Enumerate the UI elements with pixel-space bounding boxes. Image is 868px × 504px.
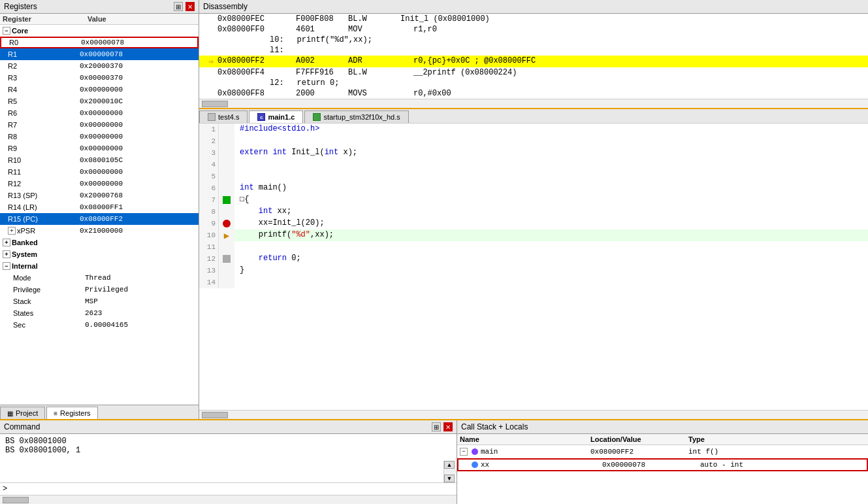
banked-section-header[interactable]: + Banked bbox=[0, 237, 199, 248]
states-value: 2623 bbox=[85, 309, 102, 317]
register-row-r8[interactable]: R8 0x00000000 bbox=[0, 131, 199, 143]
right-panel: Disassembly 0x08000FEC F000F808 BL.W Ini… bbox=[199, 0, 868, 419]
register-row-mode[interactable]: Mode Thread bbox=[0, 272, 199, 284]
r10-value: 0x0800105C bbox=[80, 156, 123, 164]
disassembly-title: Disassembly bbox=[203, 2, 248, 11]
command-input-area: > bbox=[0, 482, 457, 495]
registers-table: Register Value − Core R0 0x00000078 R1 0… bbox=[0, 14, 199, 405]
project-icon: ▦ bbox=[7, 410, 13, 417]
disasm-marker-l2 bbox=[204, 46, 217, 55]
command-scrollbar[interactable] bbox=[0, 495, 457, 504]
r4-value: 0x00000000 bbox=[80, 86, 123, 93]
line-num-4: 4 bbox=[199, 159, 219, 171]
command-scrollbar-thumb[interactable] bbox=[3, 497, 29, 503]
stack-name: Stack bbox=[13, 297, 85, 305]
main-expand-icon[interactable]: − bbox=[460, 448, 468, 456]
disasm-label-l1: l1: bbox=[270, 46, 284, 55]
disasm-row-3[interactable]: 0x08000FF4 F7FFF916 BL.W __2printf (0x08… bbox=[199, 67, 868, 78]
register-row-r13[interactable]: R13 (SP) 0x20000768 bbox=[0, 190, 199, 201]
core-expand-icon[interactable]: − bbox=[3, 27, 10, 35]
line-marker-3 bbox=[219, 147, 234, 159]
register-row-sec[interactable]: Sec 0.00004165 bbox=[0, 319, 199, 331]
internal-expand-icon[interactable]: − bbox=[3, 262, 10, 270]
register-row-r7[interactable]: R7 0x00000000 bbox=[0, 119, 199, 131]
r7-value: 0x00000000 bbox=[80, 121, 123, 129]
pin-button[interactable]: ⊞ bbox=[174, 2, 183, 11]
line-marker-14 bbox=[219, 277, 234, 288]
source-scrollbar-thumb[interactable] bbox=[202, 412, 228, 418]
gray-marker-icon bbox=[223, 255, 231, 263]
r4-name: R4 bbox=[8, 86, 80, 93]
register-row-r0[interactable]: R0 0x00000078 bbox=[0, 37, 199, 48]
register-row-r15[interactable]: R15 (PC) 0x08000FF2 bbox=[0, 213, 199, 225]
line-marker-8 bbox=[219, 206, 234, 218]
register-row-r9[interactable]: R9 0x00000000 bbox=[0, 143, 199, 154]
disasm-marker-2 bbox=[204, 25, 217, 34]
code-line-5: 5 bbox=[199, 171, 868, 182]
disasm-op-3: __2printf (0x08000224) bbox=[413, 68, 517, 77]
command-scroll-down[interactable]: ▼ bbox=[444, 475, 455, 482]
r0-name: R0 bbox=[9, 39, 81, 46]
r11-name: R11 bbox=[8, 168, 80, 176]
command-pin-button[interactable]: ⊞ bbox=[432, 422, 441, 431]
register-row-r10[interactable]: R10 0x0800105C bbox=[0, 154, 199, 166]
line-content-4 bbox=[234, 159, 868, 171]
register-row-privilege[interactable]: Privilege Privileged bbox=[0, 284, 199, 295]
source-scrollbar[interactable] bbox=[199, 410, 868, 419]
register-row-states[interactable]: States 2623 bbox=[0, 307, 199, 319]
command-close-button[interactable]: ✕ bbox=[443, 422, 453, 431]
xx-var-icon bbox=[472, 462, 478, 468]
line-num-10: 10 bbox=[199, 229, 219, 241]
register-row-r4[interactable]: R4 0x00000000 bbox=[0, 84, 199, 95]
command-input[interactable] bbox=[10, 484, 454, 494]
disassembly-scrollbar[interactable] bbox=[199, 99, 868, 108]
code-line-9: 9 xx=Init_l(20); bbox=[199, 218, 868, 229]
r14-value: 0x08000FF1 bbox=[80, 203, 123, 211]
tab-project[interactable]: ▦ Project bbox=[0, 407, 45, 419]
xpsr-expand-icon[interactable]: + bbox=[8, 227, 16, 235]
disasm-row-label2: l1: bbox=[199, 45, 868, 56]
register-row-r1[interactable]: R1 0x00000078 bbox=[0, 48, 199, 60]
disasm-row-1[interactable]: 0x08000FEC F000F808 BL.W Init_l (0x08001… bbox=[199, 14, 868, 24]
disasm-instr-4: MOVS bbox=[348, 89, 413, 98]
register-row-stack[interactable]: Stack MSP bbox=[0, 295, 199, 307]
close-button[interactable]: ✕ bbox=[185, 2, 195, 11]
callstack-row-xx[interactable]: xx 0x00000078 auto - int bbox=[457, 458, 868, 471]
register-row-r2[interactable]: R2 0x20000370 bbox=[0, 60, 199, 72]
register-row-r12[interactable]: R12 0x00000000 bbox=[0, 178, 199, 190]
system-section-header[interactable]: + System bbox=[0, 248, 199, 260]
line-marker-13 bbox=[219, 265, 234, 277]
command-scroll-up[interactable]: ▲ bbox=[444, 461, 455, 469]
command-panel: Command ⊞ ✕ BS 0x08001000 BS 0x08001000,… bbox=[0, 420, 457, 504]
breakpoint-icon[interactable] bbox=[223, 220, 231, 227]
register-row-r14[interactable]: R14 (LR) 0x08000FF1 bbox=[0, 201, 199, 213]
code-line-10: 10 ▶ printf("%d",xx); bbox=[199, 229, 868, 241]
disasm-addr-h: 0x08000FF2 bbox=[217, 56, 296, 67]
disasm-instr-h: ADR bbox=[348, 56, 413, 67]
tab-registers[interactable]: ≡ Registers bbox=[46, 407, 97, 419]
banked-expand-icon[interactable]: + bbox=[3, 239, 10, 246]
register-row-xpsr[interactable]: + xPSR 0x21000000 bbox=[0, 225, 199, 237]
callstack-row-main[interactable]: − main 0x08000FF2 int f() bbox=[457, 445, 868, 458]
disasm-label-l2: l2: bbox=[270, 78, 284, 88]
register-col-name: Register bbox=[3, 15, 88, 23]
disasm-row-highlighted[interactable]: ⇒ 0x08000FF2 A002 ADR r0,{pc}+0x0C ; @0x… bbox=[199, 56, 868, 67]
r1-name: R1 bbox=[8, 50, 80, 58]
disassembly-scrollbar-thumb[interactable] bbox=[202, 101, 228, 107]
tab-main1c[interactable]: c main1.c bbox=[249, 110, 303, 123]
register-row-r3[interactable]: R3 0x00000370 bbox=[0, 72, 199, 84]
disasm-row-2[interactable]: 0x08000FF0 4601 MOV r1,r0 bbox=[199, 24, 868, 35]
tab-startup[interactable]: startup_stm32f10x_hd.s bbox=[304, 110, 408, 123]
r5-value: 0x2000010C bbox=[80, 97, 123, 105]
r6-name: R6 bbox=[8, 109, 80, 117]
system-expand-icon[interactable]: + bbox=[3, 250, 10, 258]
internal-section-header[interactable]: − Internal bbox=[0, 260, 199, 272]
callstack-columns: Name Location/Value Type bbox=[457, 434, 868, 445]
tab-test4s[interactable]: test4.s bbox=[199, 110, 248, 123]
disasm-row-4[interactable]: 0x08000FF8 2000 MOVS r0,#0x00 bbox=[199, 88, 868, 99]
xpsr-name: + xPSR bbox=[8, 227, 80, 235]
register-row-r5[interactable]: R5 0x2000010C bbox=[0, 95, 199, 107]
register-row-r6[interactable]: R6 0x00000000 bbox=[0, 107, 199, 119]
core-section-header[interactable]: − Core bbox=[0, 25, 199, 37]
register-row-r11[interactable]: R11 0x00000000 bbox=[0, 166, 199, 178]
